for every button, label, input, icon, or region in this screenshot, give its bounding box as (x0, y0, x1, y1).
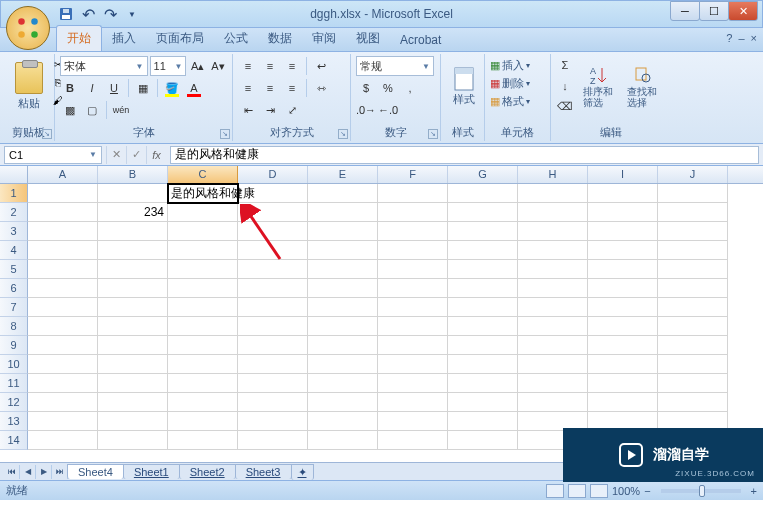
cell-A3[interactable] (28, 222, 98, 241)
cell-B13[interactable] (98, 412, 168, 431)
cell-A4[interactable] (28, 241, 98, 260)
cell-F11[interactable] (378, 374, 448, 393)
office-button[interactable] (6, 6, 50, 50)
cell-I1[interactable] (588, 184, 658, 203)
cell-C1[interactable]: 是的风格和健康 (168, 184, 238, 203)
paste-button[interactable]: 粘贴 (8, 56, 50, 116)
cell-B6[interactable] (98, 279, 168, 298)
cell-E7[interactable] (308, 298, 378, 317)
cell-F3[interactable] (378, 222, 448, 241)
cell-D5[interactable] (238, 260, 308, 279)
cell-D7[interactable] (238, 298, 308, 317)
fill-color-icon[interactable]: 🪣 (162, 78, 182, 98)
undo-icon[interactable]: ↶ (79, 5, 97, 23)
row-header[interactable]: 13 (0, 412, 28, 431)
cell-A8[interactable] (28, 317, 98, 336)
autosum-icon[interactable]: Σ (556, 56, 574, 75)
qat-dropdown-icon[interactable]: ▼ (123, 5, 141, 23)
cell-C3[interactable] (168, 222, 238, 241)
cell-A5[interactable] (28, 260, 98, 279)
comma-icon[interactable]: , (400, 78, 420, 98)
cell-J12[interactable] (658, 393, 728, 412)
cell-C8[interactable] (168, 317, 238, 336)
cell-E12[interactable] (308, 393, 378, 412)
cell-D11[interactable] (238, 374, 308, 393)
cell-I2[interactable] (588, 203, 658, 222)
cell-D14[interactable] (238, 431, 308, 450)
merge-icon[interactable]: ⇿ (311, 78, 331, 98)
cancel-formula-icon[interactable]: ✕ (106, 146, 126, 164)
cell-C11[interactable] (168, 374, 238, 393)
cell-J7[interactable] (658, 298, 728, 317)
clear-icon[interactable]: ⌫ (556, 97, 574, 116)
col-header-E[interactable]: E (308, 166, 378, 183)
col-header-G[interactable]: G (448, 166, 518, 183)
cell-I4[interactable] (588, 241, 658, 260)
cell-F14[interactable] (378, 431, 448, 450)
tab-review[interactable]: 审阅 (302, 26, 346, 51)
cell-D8[interactable] (238, 317, 308, 336)
cell-F7[interactable] (378, 298, 448, 317)
cell-F5[interactable] (378, 260, 448, 279)
cell-A9[interactable] (28, 336, 98, 355)
cell-A2[interactable] (28, 203, 98, 222)
sheet-tab-Sheet2[interactable]: Sheet2 (179, 464, 236, 479)
border-outline-icon[interactable]: ▢ (82, 100, 102, 120)
increase-indent-icon[interactable]: ⇥ (260, 100, 280, 120)
row-header[interactable]: 11 (0, 374, 28, 393)
border-icon[interactable]: ▦ (133, 78, 153, 98)
cell-J3[interactable] (658, 222, 728, 241)
underline-button[interactable]: U (104, 78, 124, 98)
maximize-button[interactable]: ☐ (699, 1, 729, 21)
cell-A11[interactable] (28, 374, 98, 393)
orientation-icon[interactable]: ⤢ (282, 100, 302, 120)
help-icon[interactable]: ? (726, 32, 732, 44)
cell-D2[interactable] (238, 203, 308, 222)
cell-G7[interactable] (448, 298, 518, 317)
cell-H9[interactable] (518, 336, 588, 355)
select-all-corner[interactable] (0, 166, 28, 183)
cell-G12[interactable] (448, 393, 518, 412)
cell-C14[interactable] (168, 431, 238, 450)
ribbon-minimize-icon[interactable]: – (738, 32, 744, 44)
row-header[interactable]: 4 (0, 241, 28, 260)
row-header[interactable]: 7 (0, 298, 28, 317)
cell-A14[interactable] (28, 431, 98, 450)
cell-I11[interactable] (588, 374, 658, 393)
cell-B2[interactable]: 234 (98, 203, 168, 222)
tab-insert[interactable]: 插入 (102, 26, 146, 51)
cell-F1[interactable] (378, 184, 448, 203)
cell-G3[interactable] (448, 222, 518, 241)
cell-C12[interactable] (168, 393, 238, 412)
cell-J1[interactable] (658, 184, 728, 203)
cell-G4[interactable] (448, 241, 518, 260)
cell-J11[interactable] (658, 374, 728, 393)
view-page-layout-icon[interactable] (568, 484, 586, 498)
currency-icon[interactable]: $ (356, 78, 376, 98)
border-diag-icon[interactable]: ▩ (60, 100, 80, 120)
align-left-icon[interactable]: ≡ (238, 78, 258, 98)
cell-B14[interactable] (98, 431, 168, 450)
save-icon[interactable] (57, 5, 75, 23)
alignment-dialog-launcher[interactable]: ↘ (338, 129, 348, 139)
cell-G5[interactable] (448, 260, 518, 279)
cell-A10[interactable] (28, 355, 98, 374)
cell-E2[interactable] (308, 203, 378, 222)
decrease-decimal-icon[interactable]: ←.0 (378, 100, 398, 120)
cell-A6[interactable] (28, 279, 98, 298)
sheet-nav-prev-icon[interactable]: ◀ (20, 465, 36, 479)
cell-I3[interactable] (588, 222, 658, 241)
cell-F10[interactable] (378, 355, 448, 374)
cell-D9[interactable] (238, 336, 308, 355)
row-header[interactable]: 8 (0, 317, 28, 336)
cell-G14[interactable] (448, 431, 518, 450)
cell-I12[interactable] (588, 393, 658, 412)
cell-F13[interactable] (378, 412, 448, 431)
cell-I10[interactable] (588, 355, 658, 374)
cell-C13[interactable] (168, 412, 238, 431)
cell-B9[interactable] (98, 336, 168, 355)
cell-C4[interactable] (168, 241, 238, 260)
cell-J9[interactable] (658, 336, 728, 355)
font-size-combo[interactable]: 11▼ (150, 56, 187, 76)
cell-B5[interactable] (98, 260, 168, 279)
